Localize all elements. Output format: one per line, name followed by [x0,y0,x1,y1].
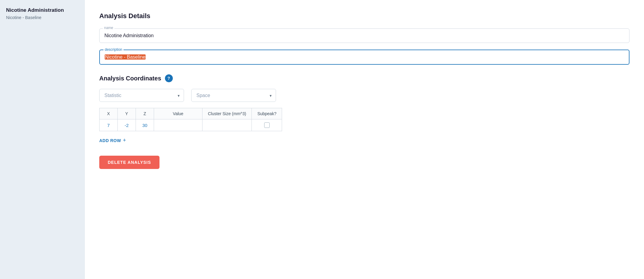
col-header-value: Value [154,108,202,119]
coordinates-heading-text: Analysis Coordinates [99,75,161,82]
cell-x[interactable]: 7 [100,119,118,131]
col-header-z: Z [136,108,154,119]
description-selected-text: Nicotine - Baseline [105,54,146,60]
coordinates-table: X Y Z Value Cluster Size (mm^3) Subpeak?… [99,108,282,131]
add-row-label: ADD ROW [99,138,121,143]
help-icon[interactable]: ? [165,74,173,82]
delete-analysis-label: DELETE ANALYSIS [108,160,151,165]
name-field-group: name [99,28,629,43]
name-input[interactable] [99,28,629,43]
add-row-button[interactable]: ADD ROW + [99,136,126,145]
space-dropdown-wrapper: Space ▾ [191,89,276,102]
sidebar: Nicotine Administration Nicotine - Basel… [0,0,85,279]
sidebar-subtitle: Nicotine - Baseline [6,15,78,20]
description-field-group: description Nicotine - Baseline [99,50,629,65]
help-icon-label: ? [167,76,170,81]
table-header-row: X Y Z Value Cluster Size (mm^3) Subpeak? [100,108,282,119]
plus-icon: + [123,137,126,144]
sidebar-title: Nicotine Administration [6,7,78,13]
cell-subpeak [252,119,282,131]
cell-value[interactable] [154,119,202,131]
delete-analysis-button[interactable]: DELETE ANALYSIS [99,156,159,169]
coordinates-section-heading: Analysis Coordinates ? [99,74,629,82]
col-header-y: Y [118,108,136,119]
subpeak-checkbox[interactable] [264,122,270,128]
space-dropdown[interactable]: Space [191,89,276,102]
page-title: Analysis Details [99,12,629,20]
cell-y[interactable]: -2 [118,119,136,131]
statistic-dropdown[interactable]: Statistic [99,89,184,102]
cell-z[interactable]: 30 [136,119,154,131]
col-header-x: X [100,108,118,119]
subpeak-checkbox-container [257,122,276,128]
description-label: description [104,47,123,52]
cell-cluster-size[interactable] [202,119,252,131]
main-content: Analysis Details name description Nicoti… [85,0,644,279]
description-wrapper: description Nicotine - Baseline [99,50,629,65]
table-row: 7 -2 30 [100,119,282,131]
statistic-dropdown-wrapper: Statistic ▾ [99,89,184,102]
description-input[interactable]: Nicotine - Baseline [100,50,629,64]
col-header-subpeak: Subpeak? [252,108,282,119]
col-header-cluster-size: Cluster Size (mm^3) [202,108,252,119]
name-label: name [103,26,114,30]
dropdowns-row: Statistic ▾ Space ▾ [99,89,629,102]
